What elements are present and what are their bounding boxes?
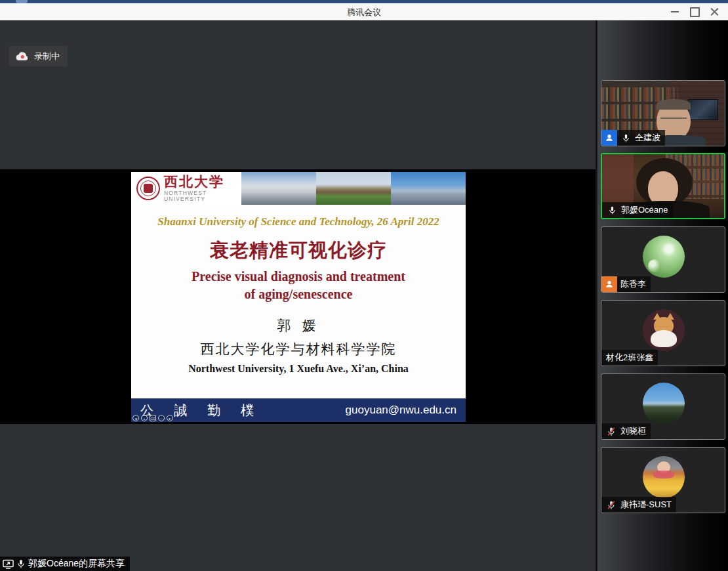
participant-name: 康祎璠-SUST [620,499,672,511]
shared-screen-area: 录制中 西北大学 NORTHWEST UNIVERSITY [0,20,596,571]
screen-share-banner: 郭媛Océane的屏幕共享 [0,557,130,571]
university-name-cn: 西北大学 [164,175,241,189]
participant-name: 材化2班张鑫 [606,352,653,364]
presenter-email: guoyuan@nwu.edu.cn [346,404,456,417]
close-icon [710,8,719,16]
session-line: Shaanxi University of Science and Techno… [131,215,466,228]
affiliation-en: Northwest University, 1 Xuefu Ave., Xi’a… [131,363,466,375]
tencent-meeting-window: 腾讯会议 录制中 [0,0,728,571]
host-person-icon [601,130,617,146]
meeting-content: 录制中 西北大学 NORTHWEST UNIVERSITY [0,20,728,571]
window-title: 腾讯会议 [0,7,728,18]
recording-label: 录制中 [34,51,60,62]
campus-photo-3 [391,172,466,205]
titlebar[interactable]: 腾讯会议 [0,3,728,21]
more-options-icon[interactable]: ⋯ [158,415,165,421]
participants-sidebar: 仝建波 郭媛Océane [596,20,728,571]
participant-avatar [643,456,685,498]
maximize-icon [690,7,700,17]
campus-photo-2 [316,172,391,205]
participant-namebar: 材化2班张鑫 [601,350,658,366]
slide-letterbox: 西北大学 NORTHWEST UNIVERSITY Shaanxi Univer… [0,169,596,424]
presenter-controls: ◂ ▵ CC ⋯ ▸ [132,415,173,421]
university-seal-icon [136,177,160,200]
slide-title-en-line1: Precise visual diagnosis and treatment [131,269,466,284]
presentation-slide: 西北大学 NORTHWEST UNIVERSITY Shaanxi Univer… [131,172,466,422]
slide-title-en-line2: of aging/senescence [131,287,466,302]
participant-namebar: 仝建波 [601,130,665,146]
cloud-recording-icon [16,52,29,61]
participant-tile[interactable]: 康祎璠-SUST [601,447,725,513]
pen-tool-icon[interactable]: ▵ [141,415,148,421]
close-button[interactable] [704,3,724,20]
participant-tile[interactable]: 陈香李 [601,226,725,293]
mic-on-icon [606,204,618,216]
screen-share-icon [3,559,14,569]
mic-muted-icon [605,425,617,437]
slide-title-cn: 衰老精准可视化诊疗 [131,238,466,264]
participant-namebar: 郭媛Océane [602,202,673,218]
participant-name: 刘晓桓 [620,425,646,437]
participant-avatar [643,383,685,425]
participant-namebar: 康祎璠-SUST [601,497,676,513]
captions-icon[interactable]: CC [150,415,156,421]
participant-tile[interactable]: 仝建波 [601,80,725,146]
campus-photo-1 [241,172,316,205]
mic-muted-icon [605,499,617,511]
minimize-icon [671,11,679,12]
slide-header: 西北大学 NORTHWEST UNIVERSITY [131,172,466,205]
sharer-mic-icon [16,559,26,569]
prev-slide-icon[interactable]: ◂ [132,415,139,421]
author-name: 郭 媛 [131,316,466,335]
slide-footer-bar: 公 誠 勤 樸 guoyuan@nwu.edu.cn [131,398,466,422]
window-controls [665,3,724,20]
participant-avatar [643,309,685,351]
participant-namebar: 陈香李 [601,276,651,292]
affiliation-cn: 西北大学化学与材料科学学院 [131,340,466,358]
maximize-button[interactable] [685,3,704,20]
next-slide-icon[interactable]: ▸ [167,415,173,421]
participant-avatar [643,236,685,278]
mic-on-icon [620,132,632,144]
participant-name: 郭媛Océane [621,204,668,216]
mobile-person-icon [601,276,617,292]
recording-badge[interactable]: 录制中 [9,46,68,66]
university-name-en: NORTHWEST UNIVERSITY [164,190,241,202]
participant-tile-active-speaker[interactable]: 郭媛Océane [601,153,725,219]
participant-tile[interactable]: 刘晓桓 [601,373,725,440]
university-logo-block: 西北大学 NORTHWEST UNIVERSITY [131,172,241,205]
minimize-button[interactable] [665,3,685,20]
campus-photo-strip [241,172,466,205]
participant-name: 陈香李 [620,278,646,290]
participant-tile[interactable]: 材化2班张鑫 [601,300,725,366]
participant-name: 仝建波 [635,132,660,144]
participant-namebar: 刘晓桓 [601,423,651,439]
screen-share-label: 郭媛Océane的屏幕共享 [28,558,125,570]
